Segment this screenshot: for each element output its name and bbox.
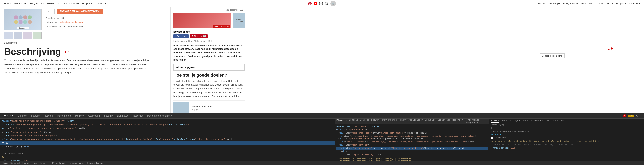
css-props-area: .post-content h1, .post-content h2, .pos…	[491, 140, 642, 150]
product-info-small: Winter speurtocht € 1,99	[191, 105, 212, 112]
subtab-berekend[interactable]: Berekend	[10, 162, 20, 164]
nav-item-eropuit-left[interactable]: Eropuit ▾	[82, 2, 92, 5]
subtab-event-listeners[interactable]: Event-listeners	[32, 162, 46, 164]
nav-item-geldzaken-right[interactable]: Geldzaken	[581, 2, 593, 5]
main-product-image: Winter Bingo	[4, 9, 42, 30]
sidebar-date: 23 december 2024	[174, 9, 245, 11]
middle-tab-elements[interactable]: Elements	[336, 119, 347, 124]
basket-button[interactable]: 🛒	[330, 1, 336, 6]
youtube-icon[interactable]	[314, 2, 317, 5]
product-gallery: Winter Bingo	[4, 9, 42, 39]
pinterest-share-button[interactable]: P Pinterest 1	[190, 34, 208, 38]
toc-label: Inhoudsopgave	[176, 66, 195, 69]
thumbnail-grid	[4, 32, 42, 39]
subtab-stijlen[interactable]: Stijlen	[2, 162, 8, 164]
middle-tab-memory[interactable]: Memory	[399, 119, 407, 124]
devtools-tab-console[interactable]: Console	[16, 114, 28, 118]
devtools-tab-security[interactable]: Security	[102, 114, 114, 118]
add-to-cart-button[interactable]: TOEVOEGEN AAN WINKELWAGEN	[56, 9, 102, 14]
right-tab-computed[interactable]: Computed	[501, 119, 511, 123]
nav-item-bodymind-left[interactable]: Body & Mind	[29, 2, 44, 5]
thumb-1[interactable]	[4, 32, 13, 39]
product-meta: Artikelnummer: 023 Categorieën: Cadeautj…	[46, 16, 166, 28]
devtools-dock-btn[interactable]: ⋮	[640, 114, 642, 117]
beschrijving-text: Ook in de winter is het heerlijk om buit…	[4, 58, 149, 75]
thumb-4[interactable]	[33, 32, 42, 39]
qty-add-row: TOEVOEGEN AAN WINKELWAGEN	[46, 9, 166, 14]
middle-tab-performance[interactable]: Performance	[382, 119, 397, 124]
nav-item-ouder-right[interactable]: Ouder & kind ▾	[596, 2, 613, 5]
toc-toggle-button[interactable]: ☰	[238, 65, 242, 69]
css-prop-margin: margin-bottom: 1536;	[491, 146, 642, 150]
css-specificity: Specificiteit (0.1.1)	[0, 152, 335, 155]
right-tab-layout[interactable]: Layout	[513, 119, 521, 123]
middle-tab-lighthouse[interactable]: Lighthouse	[438, 119, 450, 124]
dom-div-share-text: <div class="dpsp-share-text" style="marg…	[336, 132, 488, 135]
middle-tab-application[interactable]: Application	[409, 119, 423, 124]
facebook-share-button[interactable]: f Facebook	[174, 34, 188, 38]
devtools-tab-network[interactable]: Network	[42, 114, 55, 118]
nav-left-items: Home Webshop ▾ Body & Mind Geldzaken Oud…	[4, 2, 106, 5]
middle-tab-recorder[interactable]: Recorder	[452, 119, 463, 124]
code-line-7[interactable]: == $0	[0, 141, 335, 145]
middle-tab-security[interactable]: Security	[425, 119, 436, 124]
nav-item-geldzaken-left[interactable]: Geldzaken	[47, 2, 60, 5]
category-link[interactable]: Cadeautjes voor kinderen	[59, 21, 84, 23]
middle-tab-console[interactable]: Console	[349, 119, 358, 124]
pinterest-label: Pinterest	[194, 35, 202, 37]
nav-item-webshop-right[interactable]: Webshop ▾	[548, 2, 560, 5]
devtools-tab-application[interactable]: Application	[86, 114, 102, 118]
capitalize-checkbox[interactable]	[491, 137, 493, 139]
nav-item-eropuit-right[interactable]: Eropuit ▾	[616, 2, 626, 5]
devtools-tab-recorder[interactable]: Recorder	[131, 114, 145, 118]
category-line: Categorieën: Cadeautjes voor kinderen	[46, 20, 166, 24]
devtools-tab-memory[interactable]: Memory	[73, 114, 86, 118]
dom-h2-selected[interactable]: <h2 class="ez-toc-section" ez-toc-data-i…	[336, 147, 488, 150]
devtools-tab-perf-insights[interactable]: Performance insights ↗	[145, 114, 174, 118]
beschrijving-heading-row: Beschrijving ←	[4, 47, 166, 56]
learn-more-link[interactable]: Learn more	[491, 133, 642, 136]
nav-item-home-right[interactable]: Home	[538, 2, 545, 5]
dom-div-post-content: <div class="post-content">	[336, 128, 488, 132]
description-tab-label[interactable]: Beschrijving	[4, 41, 17, 45]
thumb-3[interactable]	[23, 32, 32, 39]
article-preview: Fitter worden, een nieuwe baan vinden of…	[174, 44, 245, 61]
nav-item-themas-right[interactable]: Thema's ▾	[629, 2, 640, 5]
subtab-dom-breakpoints[interactable]: DOM Breakpoints	[49, 162, 66, 164]
middle-tab-sources[interactable]: Sources	[360, 119, 369, 124]
chevron-down-icon-3: ▾	[91, 2, 92, 4]
last-updated: Laatst bijgewerkt op 23 december 2024	[174, 40, 245, 42]
subtab-eigenschappen[interactable]: Eigenschappen	[69, 162, 84, 164]
subtab-toegankelijkheid[interactable]: Toegankelijkheid	[87, 162, 103, 164]
nav-item-ouder-left[interactable]: Ouder & kind ▾	[63, 2, 79, 5]
middle-tab-network[interactable]: Network	[371, 119, 380, 124]
subtab-layout[interactable]: Layout	[22, 162, 29, 164]
quantity-input[interactable]	[46, 9, 54, 14]
pinterest-icon[interactable]	[308, 2, 312, 5]
pinterest-p-icon: P	[192, 35, 193, 37]
devtools-tab-lighthouse[interactable]: Lighthouse	[115, 114, 131, 118]
devtools-tab-sources[interactable]: Sources	[29, 114, 42, 118]
dom-h3-wp: <h3 class="wp-block-heading"> </h3>	[336, 153, 488, 156]
right-tab-event-listeners[interactable]: Event Listeners	[523, 119, 543, 123]
nav-item-bodymind-right[interactable]: Body & Mind	[563, 2, 578, 5]
facebook-label: Facebook	[177, 35, 186, 37]
article-heading: Hoe stel je goede doelen?	[174, 73, 245, 78]
right-tab-styles[interactable]: Styles	[491, 119, 499, 123]
devtools-tab-performance[interactable]: Performance	[55, 114, 73, 118]
nav-item-webshop-left[interactable]: Webshop ▾	[14, 2, 26, 5]
devtools-close-btn[interactable]: ✕	[636, 114, 638, 117]
devtools-tab-elements[interactable]: Elements	[2, 113, 16, 118]
dom-div-postmod: <p class="post-modified-info">Laatst bij…	[336, 138, 488, 141]
instagram-icon[interactable]	[319, 2, 323, 5]
right-tab-dom-breakpoints[interactable]: DOM Breakpoints	[545, 119, 564, 123]
nav-item-home-left[interactable]: Home	[4, 2, 11, 5]
sidebar-bottom-product: Winter speurtocht € 1,99	[174, 100, 245, 113]
nav-right-items: Home Webshop ▾ Body & Mind Geldzaken Oud…	[538, 2, 640, 5]
thumb-2[interactable]	[14, 32, 22, 39]
nav-item-themas-left[interactable]: Thema's ▾	[95, 2, 106, 5]
search-icon[interactable]	[325, 2, 328, 5]
dom-div-ez: <div id="ez-toc-section" class="ez-toc-v…	[336, 141, 488, 144]
middle-tab-perf[interactable]: Performance insights ↗	[465, 119, 488, 124]
devtools-middle-panel: Elements Console Sources Network Perform…	[335, 119, 490, 161]
